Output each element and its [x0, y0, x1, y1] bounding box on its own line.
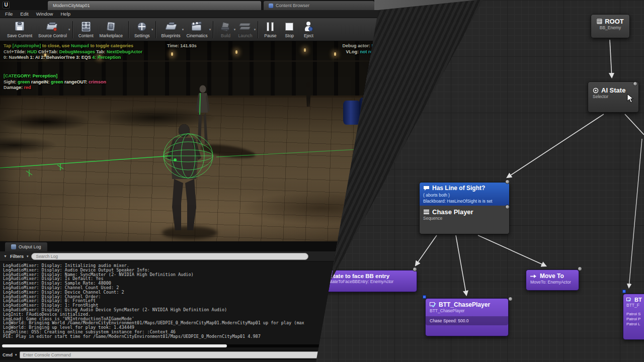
content-browser-icon: [269, 4, 273, 8]
tab-content-browser-label: Content Browser: [276, 3, 309, 8]
decorator-aborts: ( aborts both ): [423, 193, 506, 198]
tab-content-browser[interactable]: Content Browser: [264, 1, 374, 10]
eject-person-icon: [302, 21, 315, 32]
root-node-title: ROOT: [605, 18, 624, 25]
cinematics-button[interactable]: Cinematics ▼: [186, 21, 207, 38]
pause-button[interactable]: Pause: [264, 21, 277, 38]
console-command-input[interactable]: [20, 351, 367, 358]
tab-output-log[interactable]: Output Log: [5, 242, 47, 251]
menu-help[interactable]: Help: [60, 11, 70, 17]
source-control-caret-icon: ▼: [68, 28, 71, 31]
patrol-property: Patrol P: [626, 317, 644, 322]
debug-time-label: Time: 141.93s: [167, 43, 197, 49]
settings-button[interactable]: Settings ▼: [134, 21, 150, 38]
ai-state-pin[interactable]: [633, 81, 637, 86]
bt-node-root[interactable]: ROOT BB_Enemy: [591, 14, 630, 38]
btt-breakpoint-marker[interactable]: [423, 295, 426, 299]
launch-caret-icon: ▼: [253, 28, 256, 31]
rotate-node-pin[interactable]: [413, 267, 417, 272]
grid-icon: [597, 19, 602, 24]
task-check-icon: [430, 302, 436, 308]
unreal-logo-icon: U: [3, 2, 10, 9]
chase-title: Chase Player: [432, 208, 473, 216]
gameplay-debugger-header: Tap [Apostrophe] to close, use Numpad to…: [4, 43, 142, 61]
damage-line: Damage: red: [4, 85, 106, 91]
partial-title: BT: [634, 297, 642, 303]
chase-player-pin-top[interactable]: [505, 179, 510, 184]
blueprints-caret-icon: ▼: [181, 28, 184, 31]
toolbar-separator: [213, 21, 213, 38]
launch-button[interactable]: Launch ▼: [238, 21, 252, 38]
cmd-caret-icon: ▾: [15, 353, 17, 357]
bt-node-btt-chaseplayer[interactable]: BTT_ChasePlayer BTT_ChasePlayer Chase Sp…: [425, 298, 509, 336]
perception-category-block: [CATEGORY: Perception] Sight: green rang…: [4, 73, 106, 91]
output-log-tabrow: Output Log: [0, 241, 387, 251]
btt-subtitle: BTT_ChasePlayer: [430, 308, 504, 313]
filters-button[interactable]: Filters: [10, 254, 24, 259]
sight-line: Sight: green rangeIN: green rangeOUT: cr…: [4, 79, 106, 85]
bt-node-move-to[interactable]: Move To MoveTo: EnemyActor: [526, 269, 579, 291]
log-filter-row: ▼ Filters ▾: [0, 251, 387, 261]
output-log-tab-label: Output Log: [19, 244, 41, 249]
tab-level-editor-label: ModernCityMap01: [53, 3, 90, 8]
debugger-line-3: 0: NavMesh 1: AI 2: BehaviorTree 3: EQS …: [4, 55, 142, 61]
game-viewport[interactable]: Tap [Apostrophe] to close, use Numpad to…: [0, 41, 387, 241]
chase-player-pin-mid[interactable]: [505, 205, 510, 209]
move-to-subtitle: MoveTo: EnemyActor: [530, 280, 575, 285]
marketplace-button[interactable]: Marketplace: [100, 21, 123, 38]
sequence-list-icon: [423, 209, 430, 215]
save-current-button[interactable]: Save Current: [7, 21, 32, 38]
partial-subtitle: BTT_F: [626, 303, 644, 308]
filters-triangle-icon: ▼: [4, 254, 7, 258]
bt-node-rotate-to-face-bb-entry[interactable]: Rotate to face BB entry RotateToFaceBBEn…: [320, 270, 417, 292]
move-to-pin[interactable]: [578, 266, 582, 271]
log-search-input[interactable]: [31, 253, 308, 260]
content-icon: [79, 21, 93, 32]
chase-subtitle: Sequence: [423, 216, 506, 221]
move-to-title-row: Move To: [530, 273, 575, 280]
build-icon: [219, 21, 232, 32]
menu-file[interactable]: File: [5, 11, 13, 17]
menu-edit[interactable]: Edit: [20, 11, 28, 17]
patrol-property: Patrol L: [626, 322, 644, 327]
decorator-title-row: Has Line of Sight?: [423, 185, 506, 192]
decorator-has-line-of-sight[interactable]: Has Line of Sight? ( aborts both ) Black…: [420, 183, 509, 206]
settings-caret-icon: ▼: [151, 28, 154, 31]
selector-icon: [593, 87, 599, 94]
stop-button[interactable]: Stop: [283, 21, 296, 38]
partial-breakpoint-marker[interactable]: [622, 290, 626, 293]
root-node-title-row: ROOT: [591, 18, 629, 25]
btt-pin[interactable]: [508, 297, 513, 301]
ai-state-title-row: AI State: [593, 86, 634, 94]
sequence-chase-player: Chase Player Sequence: [420, 206, 509, 223]
settings-gear-icon: [135, 21, 148, 32]
source-control-icon: [46, 21, 59, 32]
blueprints-button[interactable]: Blueprints ▼: [162, 21, 181, 38]
bt-node-partial-patrol[interactable]: BT BTT_F Patrol SPatrol PPatrol L: [623, 294, 644, 340]
rotate-subtitle: RotateToFaceBBEntry: EnemyActor: [326, 279, 412, 284]
tab-level-editor[interactable]: ModernCityMap01: [48, 1, 261, 10]
build-button[interactable]: Build ▼: [219, 21, 232, 38]
cinematics-caret-icon: ▼: [209, 28, 212, 31]
source-control-button[interactable]: Source Control ▼: [38, 21, 67, 38]
toolbar-separator: [258, 21, 258, 38]
content-button[interactable]: Content: [78, 21, 94, 38]
bt-node-chase-player[interactable]: Has Line of Sight? ( aborts both ) Black…: [419, 182, 510, 234]
decorator-title: Has Line of Sight?: [432, 185, 485, 192]
partial-title-row: BT: [626, 297, 644, 303]
move-arrow-icon: [530, 274, 537, 279]
menu-window[interactable]: Window: [36, 11, 53, 17]
patrol-property: Patrol S: [626, 312, 644, 317]
cinematics-clapper-icon: [190, 21, 203, 32]
save-current-icon: [13, 21, 26, 32]
scrollbar-thumb[interactable]: [2, 344, 227, 347]
task-check-icon-small: [626, 298, 632, 302]
debugger-line-1: Tap [Apostrophe] to close, use Numpad to…: [4, 43, 142, 49]
output-log-icon: [11, 244, 16, 249]
perception-debug-lines: [0, 41, 387, 241]
btt-title-row: BTT_ChasePlayer: [430, 301, 504, 308]
screenshot-root: ROOT BB_Enemy AI State Selector Has Line…: [0, 0, 644, 362]
move-to-title: Move To: [540, 273, 564, 280]
eject-button[interactable]: Eject: [302, 21, 315, 38]
filters-caret-icon: ▾: [27, 254, 29, 258]
